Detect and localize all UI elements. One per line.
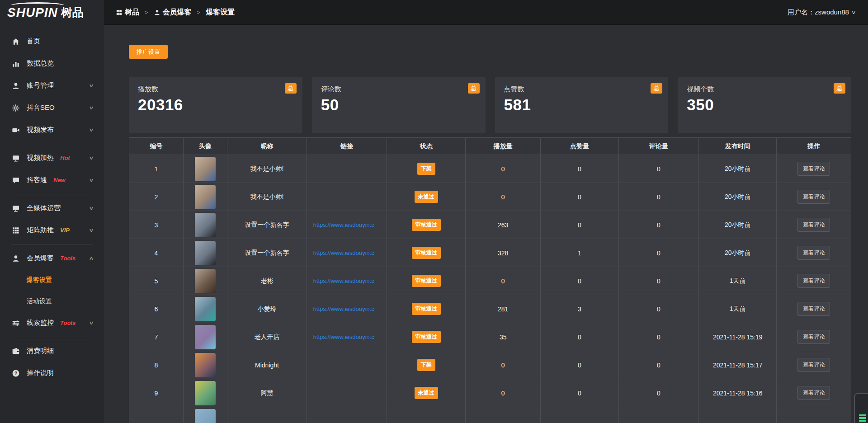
cell-time: 2021-11-28 15:17	[698, 351, 776, 379]
sidebar-item-member-baoke[interactable]: 会员爆客 Tools ∧	[0, 247, 104, 269]
view-comments-button[interactable]: 查看评论	[797, 162, 830, 176]
promo-settings-button[interactable]: 推广设置	[129, 45, 168, 59]
user-icon	[12, 82, 20, 90]
sidebar-menu: 首页 数据总览 账号管理 ∨ 抖音SEO ∨ 视频发布 ∨ 视频加热 Hot ∨…	[0, 25, 104, 384]
table-row: 2 我不是小帅! 未通过 0 0 0 20小时前 查看评论	[129, 183, 851, 211]
sidebar-item-label: 数据总览	[27, 59, 54, 68]
cell-nickname: 阿慧	[227, 379, 307, 407]
status-badge: 未通过	[415, 387, 438, 399]
cell-link: https://www.iesdouyin.c	[307, 323, 387, 351]
cell-status: 审核通过	[387, 267, 466, 295]
cell-action: 查看评论	[777, 295, 851, 323]
sidebar-item-matrix-boost[interactable]: 矩阵助推 VIP ∨	[0, 219, 104, 241]
chevron-down-icon: ∨	[89, 155, 94, 161]
cell-id: 3	[129, 211, 184, 239]
table-header-row: 编号头像昵称链接状态播放量点赞量评论量发布时间操作	[129, 138, 851, 155]
status-badge: 审核通过	[412, 275, 441, 287]
breadcrumb-label: 爆客设置	[206, 8, 235, 17]
cell-status: 审核通过	[387, 323, 466, 351]
breadcrumb-label: 树品	[125, 8, 139, 17]
cell-avatar	[183, 155, 227, 183]
screen-icon	[12, 154, 20, 162]
sidebar-item-data-overview[interactable]: 数据总览	[0, 52, 104, 75]
sidebar-item-douketong[interactable]: 抖客通 New ∨	[0, 169, 104, 191]
sidebar-item-consumption-details[interactable]: 消费明细	[0, 340, 104, 362]
sidebar-subitem-baoke-settings[interactable]: 爆客设置	[0, 269, 104, 291]
sidebar-item-douyin-seo[interactable]: 抖音SEO ∨	[0, 97, 104, 119]
cell-plays: 0	[466, 267, 541, 295]
sidebar-item-operation-guide[interactable]: ? 操作说明	[0, 362, 104, 384]
sidebar-subitem-activity-settings[interactable]: 活动设置	[0, 291, 104, 312]
cell-avatar	[183, 211, 227, 239]
sidebar-item-label: 首页	[27, 37, 40, 46]
cell-nickname	[227, 407, 307, 423]
video-link[interactable]: https://www.iesdouyin.c	[307, 221, 387, 228]
cell-id: 5	[129, 267, 184, 295]
sidebar-item-tag: New	[53, 177, 66, 183]
cell-nickname: 我不是小帅!	[227, 155, 307, 183]
breadcrumb-item[interactable]: 爆客设置	[206, 8, 235, 17]
video-link[interactable]: https://www.iesdouyin.c	[307, 306, 387, 312]
cell-likes: 0	[541, 323, 618, 351]
sidebar-item-all-media-operation[interactable]: 全媒体运营 ∨	[0, 197, 104, 219]
cell-plays: 263	[466, 211, 541, 239]
breadcrumb-item[interactable]: 树品	[116, 8, 139, 17]
chart-icon	[12, 60, 20, 68]
breadcrumb-item[interactable]: 会员爆客	[154, 8, 192, 17]
cell-action: 查看评论	[777, 351, 851, 379]
video-icon	[12, 126, 20, 134]
cell-comments: 0	[618, 379, 698, 407]
sidebar-item-clue-monitor[interactable]: 线索监控 Tools ∨	[0, 312, 104, 334]
status-badge: 审核通过	[412, 303, 441, 315]
stat-label: 播放数	[138, 85, 293, 94]
sidebar-item-home[interactable]: 首页	[0, 30, 104, 52]
cell-action	[777, 407, 851, 423]
videos-table: 编号头像昵称链接状态播放量点赞量评论量发布时间操作 1 我不是小帅! 下架 0 …	[129, 137, 851, 423]
stat-card: 点赞数 581 总	[495, 77, 669, 133]
cell-avatar	[183, 407, 227, 423]
avatar	[195, 213, 216, 237]
cell-comments: 0	[618, 239, 698, 267]
user-menu[interactable]: 用户名：zswodun88 ∨	[788, 8, 855, 17]
video-link[interactable]: https://www.iesdouyin.c	[307, 334, 387, 340]
sidebar-item-video-publish[interactable]: 视频发布 ∨	[0, 119, 104, 141]
cell-avatar	[183, 295, 227, 323]
view-comments-button[interactable]: 查看评论	[797, 302, 830, 316]
home-icon	[12, 38, 20, 46]
cell-plays: 0	[466, 351, 541, 379]
cell-plays: 0	[466, 379, 541, 407]
cell-id: 4	[129, 239, 184, 267]
cell-id: 7	[129, 323, 184, 351]
cell-avatar	[183, 379, 227, 407]
cell-plays: 0	[466, 183, 541, 211]
cell-id: 2	[129, 183, 184, 211]
cell-action: 查看评论	[777, 183, 851, 211]
video-link[interactable]: https://www.iesdouyin.c	[307, 277, 387, 284]
view-comments-button[interactable]: 查看评论	[797, 358, 830, 372]
view-comments-button[interactable]: 查看评论	[797, 190, 830, 204]
sidebar-item-video-heat[interactable]: 视频加热 Hot ∨	[0, 147, 104, 169]
sidebar-divider	[11, 337, 93, 337]
view-comments-button[interactable]: 查看评论	[797, 274, 830, 288]
cell-time: 2021-11-28 15:19	[698, 323, 776, 351]
column-header: 编号	[129, 138, 184, 155]
table-row: 9 阿慧 未通过 0 0 0 2021-11-28 15:16 查看评论	[129, 379, 851, 407]
breadcrumb-separator: >	[196, 9, 202, 16]
cell-status: 未通过	[387, 379, 466, 407]
topbar: 树品>会员爆客>爆客设置 用户名：zswodun88 ∨	[104, 0, 868, 25]
cell-link	[307, 407, 387, 423]
gear-icon	[12, 104, 20, 112]
stat-label: 评论数	[321, 85, 476, 94]
cell-comments: 0	[618, 183, 698, 211]
fullscreen-icon[interactable]	[768, 9, 776, 16]
sidebar-item-tag: Tools	[60, 320, 75, 326]
view-comments-button[interactable]: 查看评论	[797, 246, 830, 260]
video-link[interactable]: https://www.iesdouyin.c	[307, 249, 387, 256]
view-comments-button[interactable]: 查看评论	[797, 218, 830, 232]
view-comments-button[interactable]: 查看评论	[797, 330, 830, 344]
sidebar-item-account-management[interactable]: 账号管理 ∨	[0, 75, 104, 97]
chevron-down-icon: ∨	[89, 83, 94, 89]
cell-nickname: 小爱玲	[227, 295, 307, 323]
floating-widget[interactable]	[854, 393, 868, 423]
view-comments-button[interactable]: 查看评论	[797, 386, 830, 400]
